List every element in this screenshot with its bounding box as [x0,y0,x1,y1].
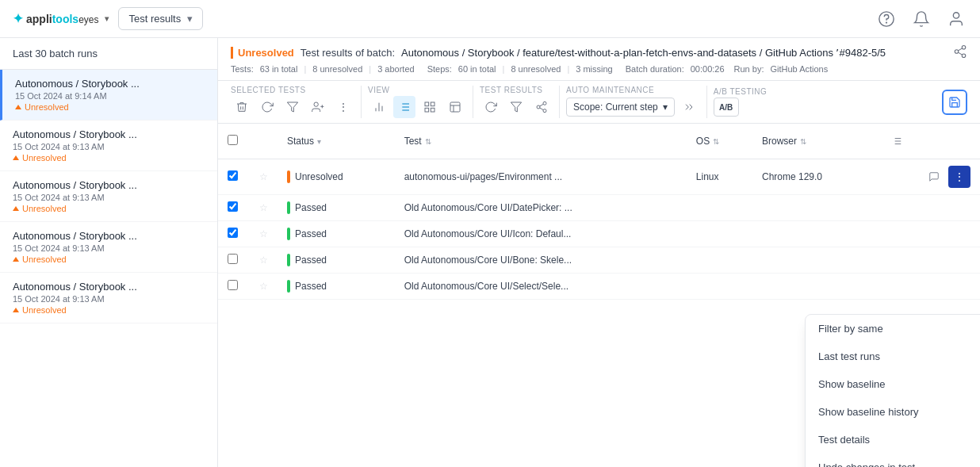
row-checkbox-1[interactable] [228,201,238,212]
scope-dropdown[interactable]: Scope: Current step ▾ [566,98,675,117]
status-triangle-3 [13,257,19,262]
select-all-checkbox[interactable] [228,135,238,145]
more-row-button-0[interactable]: ⋮ [948,166,970,188]
table-row[interactable]: ☆ Passed Old Autonomous/Core UI/DatePick… [218,195,980,221]
batch-label: Test results of batch: [301,47,395,59]
meta-tests-total: 63 in total [260,64,298,74]
content-area: Unresolved Test results of batch: Autono… [218,38,980,467]
auto-maintenance-label: AUTO MAINTENANCE [566,86,700,94]
batch-item-title-0: Autonomous / Storybook ... [15,78,205,90]
status-triangle-2 [13,206,19,211]
table-row[interactable]: ☆ Passed Old Autonomous/Core UI/Bone: Sk… [218,247,980,274]
star-icon-3[interactable]: ☆ [259,255,268,266]
batch-item-title-1: Autonomous / Storybook ... [13,128,205,140]
menu-item-undo-changes[interactable]: Undo changes in test [806,454,980,467]
row-checkbox-2[interactable] [228,228,238,238]
header-browser[interactable]: Browser ⇅ [752,124,876,159]
grid-view-button[interactable] [419,96,441,118]
table-body: ☆ Unresolved autonomous-ui/pages/Environ… [218,159,980,300]
column-settings-button[interactable] [886,130,908,152]
forward-button[interactable] [678,96,700,118]
menu-item-test-details[interactable]: Test details [806,426,980,454]
row-checkbox-4[interactable] [228,280,238,290]
table-row[interactable]: ☆ Unresolved autonomous-ui/pages/Environ… [218,159,980,195]
table-row[interactable]: ☆ Passed Old Autonomous/Core UI/Select/S… [218,274,980,300]
flow-button[interactable] [530,96,553,118]
chart-view-button[interactable] [368,96,390,118]
batch-item-status-0: Unresolved [15,102,205,112]
svg-point-1 [953,12,959,17]
batch-dropdown[interactable]: Test results ▾ [118,7,203,30]
logo[interactable]: ✦ applitoolseyes ▾ [13,11,109,26]
scope-chevron: ▾ [663,101,668,113]
header-actions [876,124,980,159]
batch-item-2[interactable]: Autonomous / Storybook ... 15 Oct 2024 a… [0,171,217,222]
batch-dropdown-label: Test results [128,13,181,25]
list-view-button[interactable] [393,96,415,118]
add-reviewer-button[interactable] [307,96,329,118]
context-menu: Filter by same › Last test runs Show bas… [805,314,980,467]
filter-button[interactable] [281,96,304,118]
refresh-button[interactable] [256,96,278,118]
status-cell-2: Passed [287,228,385,240]
batch-dropdown-chevron: ▾ [187,13,193,25]
header-status[interactable]: Status ▾ [278,124,395,159]
status-triangle-1 [13,155,19,160]
ab-button[interactable]: A/B [714,98,739,117]
delete-button[interactable] [231,96,253,118]
menu-item-show-baseline-history[interactable]: Show baseline history [806,398,980,426]
help-icon[interactable] [875,8,898,30]
star-icon-2[interactable]: ☆ [259,228,268,239]
test-sort-icon: ⇅ [425,137,431,146]
user-icon[interactable] [945,8,967,30]
batch-item-date-4: 15 Oct 2024 at 9:13 AM [13,294,205,304]
header-os[interactable]: OS ⇅ [687,124,752,159]
row-checkbox-3[interactable] [228,254,238,264]
auto-maintenance-controls: Scope: Current step ▾ [566,96,700,118]
menu-item-filter-by-same[interactable]: Filter by same › [806,315,980,343]
logo-eyes: eyes [78,14,98,25]
batch-item-date-3: 15 Oct 2024 at 9:13 AM [13,243,205,253]
os-0: Linux [696,171,719,182]
save-button[interactable] [942,90,967,115]
svg-rect-24 [450,102,460,112]
status-cell-4: Passed [287,280,385,293]
row-checkbox-0[interactable] [228,170,238,181]
sync-results-button[interactable] [480,96,502,118]
layout-view-button[interactable] [444,96,466,118]
comment-button-0[interactable] [923,166,945,188]
header-test[interactable]: Test ⇅ [395,124,687,159]
view-label: VIEW [368,86,466,94]
batch-item-4[interactable]: Autonomous / Storybook ... 15 Oct 2024 a… [0,273,217,323]
batch-item-0[interactable]: Autonomous / Storybook ... 15 Oct 2024 a… [0,70,217,121]
logo-chevron[interactable]: ▾ [105,14,109,23]
batch-item-date-1: 15 Oct 2024 at 9:13 AM [13,142,205,151]
svg-marker-27 [511,102,521,112]
svg-rect-22 [431,108,434,112]
filter-results-button[interactable] [505,96,527,118]
sidebar: Last 30 batch runs Autonomous / Storyboo… [0,38,218,467]
test-results-controls [480,96,553,118]
auto-maintenance-section: AUTO MAINTENANCE Scope: Current step ▾ [560,86,707,118]
batch-item-1[interactable]: Autonomous / Storybook ... 15 Oct 2024 a… [0,121,217,171]
batch-item-date-2: 15 Oct 2024 at 9:13 AM [13,193,205,202]
star-icon-0[interactable]: ☆ [259,171,268,182]
bell-icon[interactable] [910,8,932,30]
status-sort-icon: ▾ [317,137,321,146]
star-icon-4[interactable]: ☆ [259,281,268,292]
test-results-section: TEST RESULTS [473,86,560,118]
meta-tests-aborted: 3 aborted [377,64,414,74]
header-star [250,124,278,159]
status-bar-2 [287,228,290,240]
share-icon[interactable] [953,44,967,61]
meta-runby-label: Run by: [734,64,764,74]
table-row[interactable]: ☆ Passed Old Autonomous/Core UI/Icon: De… [218,221,980,247]
header-select-all[interactable] [218,124,250,159]
more-options-button[interactable]: ⋮ [332,96,354,118]
menu-item-show-baseline[interactable]: Show baseline [806,370,980,398]
status-bar-3 [287,254,290,266]
batch-item-3[interactable]: Autonomous / Storybook ... 15 Oct 2024 a… [0,222,217,273]
star-icon-1[interactable]: ☆ [259,202,268,213]
menu-item-last-test-runs[interactable]: Last test runs [806,343,980,370]
svg-point-8 [314,102,318,106]
